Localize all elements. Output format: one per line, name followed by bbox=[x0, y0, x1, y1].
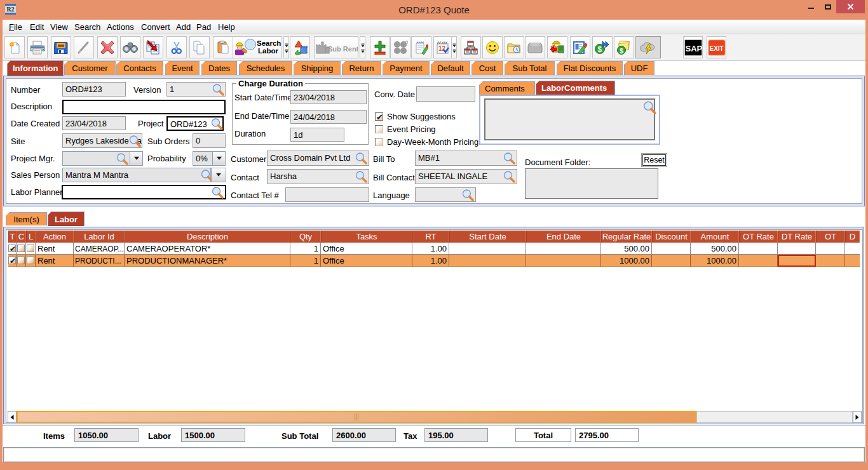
svg-text:Search: Search bbox=[257, 39, 281, 47]
svg-text:$: $ bbox=[598, 45, 602, 54]
svg-text:EXIT: EXIT bbox=[709, 44, 723, 51]
svg-text:?: ? bbox=[405, 40, 408, 47]
svg-text:Labor: Labor bbox=[258, 47, 278, 55]
svg-text:Sub Rent: Sub Rent bbox=[328, 45, 358, 53]
svg-text:$: $ bbox=[620, 46, 623, 54]
svg-text:SAP: SAP bbox=[685, 43, 702, 53]
